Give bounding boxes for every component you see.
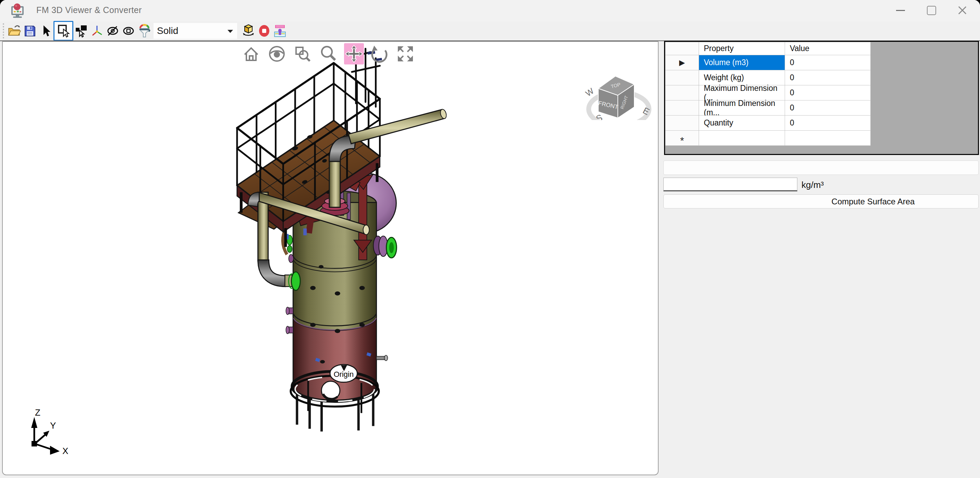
minimize-icon (896, 10, 905, 11)
navigation-cube[interactable]: W S E TOP FRONT RIGHT (582, 55, 654, 120)
row-header[interactable]: ▶ (665, 55, 699, 70)
chevron-down-icon (228, 30, 233, 33)
maximize-icon (927, 6, 936, 15)
close-button[interactable] (947, 0, 977, 21)
table-cell-value[interactable]: 0 (785, 85, 871, 100)
row-header[interactable] (665, 100, 699, 116)
main-toolbar: Solid (0, 21, 980, 40)
rectangle-select-icon (56, 24, 71, 38)
eye-icon (121, 24, 136, 38)
column-header-value[interactable]: Value (785, 42, 871, 55)
density-unit-label: kg/m³ (802, 180, 824, 190)
hide-selection-button[interactable] (105, 22, 121, 39)
window-title: FM 3D Viewer & Converter (36, 5, 142, 15)
column-header-property[interactable]: Property (699, 42, 785, 55)
property-grid-container: Property Value ▶ Volume (m3) 0 Weight (k… (664, 41, 979, 155)
viewport-3d[interactable]: Origin (2, 41, 659, 475)
property-table: Property Value ▶ Volume (m3) 0 Weight (k… (665, 42, 871, 146)
orbit-eye-icon (267, 44, 286, 64)
save-floppy-icon (23, 24, 37, 38)
compass-west: W (584, 86, 595, 98)
open-file-button[interactable] (6, 22, 22, 39)
table-cell-property[interactable]: Minimum Dimension (m... (699, 100, 785, 116)
table-cell-value[interactable]: 0 (785, 100, 871, 116)
toolbar-grip[interactable] (3, 23, 6, 38)
table-cell-property[interactable]: Weight (kg) (699, 70, 785, 85)
eye-off-icon (105, 24, 120, 38)
axis-triad-toggle-button[interactable] (89, 22, 105, 39)
new-row-header[interactable]: * (665, 131, 699, 146)
open-folder-icon (7, 24, 21, 38)
table-cell-property[interactable]: Maximum Dimension (... (699, 85, 785, 100)
orbit-cube-button[interactable] (240, 22, 256, 39)
rectangle-select-button[interactable] (54, 21, 73, 41)
app-window: FM 3D Viewer & Converter (0, 0, 980, 478)
row-header[interactable] (665, 85, 699, 100)
orbit-cube-icon (240, 23, 256, 39)
table-cell-value[interactable]: 0 (785, 116, 871, 131)
license-icon (272, 23, 288, 39)
table-cell-property-new[interactable] (699, 131, 785, 146)
viewer-home-button[interactable] (241, 43, 261, 64)
title-bar: FM 3D Viewer & Converter (0, 0, 980, 21)
table-cell-value-new[interactable] (785, 131, 871, 146)
app-logo-icon (10, 3, 25, 19)
right-green-flange (374, 236, 397, 258)
filter-button[interactable] (136, 22, 152, 39)
viewer-pan-button[interactable] (344, 43, 364, 64)
viewer-zoom-window-button[interactable] (293, 43, 312, 64)
compute-surface-area-button[interactable]: Compute Surface Area (663, 194, 978, 209)
box-select-icon (74, 24, 88, 38)
view-mode-dropdown[interactable]: Solid (154, 23, 237, 39)
record-stop-icon (257, 23, 271, 39)
box-select-button[interactable] (73, 22, 89, 39)
row-header[interactable] (665, 70, 699, 85)
new-row-marker: * (680, 139, 684, 142)
close-icon (958, 6, 967, 15)
table-cell-value[interactable]: 0 (785, 55, 871, 70)
axis-triad-icon (90, 24, 104, 38)
record-button[interactable] (256, 22, 272, 39)
viewer-zoom-button[interactable] (318, 43, 338, 64)
row-header[interactable] (665, 116, 699, 131)
axis-label-z: Z (35, 409, 40, 417)
save-file-button[interactable] (22, 22, 38, 39)
magnifier-icon (319, 44, 338, 64)
axis-label-y: Y (50, 421, 56, 431)
cursor-icon (39, 24, 52, 38)
viewer-fit-button[interactable] (395, 43, 415, 64)
license-button[interactable] (272, 22, 288, 39)
viewer-toolbar (241, 43, 415, 64)
view-mode-value: Solid (157, 25, 178, 37)
origin-label: Origin (334, 370, 354, 379)
model-3d: Origin (3, 42, 658, 475)
viewer-rotate-button[interactable] (370, 43, 390, 64)
minimize-button[interactable] (885, 0, 916, 21)
viewer-orbit-button[interactable] (267, 43, 287, 64)
zoom-window-icon (293, 44, 312, 64)
pan-icon (344, 44, 364, 64)
current-row-marker: ▶ (679, 58, 685, 67)
table-cell-value[interactable]: 0 (785, 70, 871, 85)
filter-funnel-icon (137, 23, 152, 39)
axis-triad: Z Y X (27, 409, 89, 457)
select-cursor-button[interactable] (38, 22, 54, 39)
table-cell-property[interactable]: Quantity (699, 116, 785, 131)
show-all-button[interactable] (121, 22, 136, 39)
maximize-button[interactable] (916, 0, 947, 21)
table-cell-property[interactable]: Volume (m3) (699, 55, 785, 70)
density-input[interactable] (663, 178, 797, 191)
result-display-box[interactable] (663, 161, 978, 175)
home-icon (242, 44, 261, 64)
fit-view-icon (396, 44, 415, 64)
axis-label-x: X (62, 446, 68, 456)
rotate-icon (370, 44, 389, 64)
table-corner-cell (665, 42, 699, 55)
